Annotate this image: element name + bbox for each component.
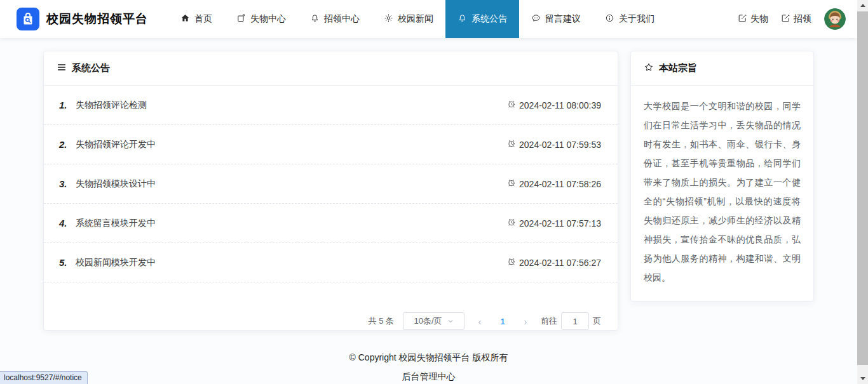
notice-title-link[interactable]: 失物招领评论开发中: [76, 139, 156, 150]
chat-icon: [531, 13, 541, 25]
brand[interactable]: 校园失物招领平台: [0, 0, 165, 38]
notice-title-link[interactable]: 校园新闻模块开发中: [76, 257, 156, 268]
footer-copyright-row: © Copyright 校园失物招领平台 版权所有: [0, 352, 857, 364]
notice-time: 2024-02-11 07:57:13: [507, 218, 601, 228]
page-jumper: 前往 页: [541, 312, 601, 330]
nav-actions: 失物 招领: [738, 0, 857, 38]
notice-time-text: 2024-02-11 07:56:27: [519, 258, 601, 268]
home-icon: [180, 13, 190, 25]
notice-time: 2024-02-11 07:56:27: [507, 257, 601, 268]
page-size-select[interactable]: 10条/页: [403, 312, 465, 330]
alarm-clock-icon: [507, 100, 516, 110]
notice-row[interactable]: 4. 系统留言模块开发中 2024-02-11 07:57:13: [44, 204, 618, 243]
notice-title-link[interactable]: 系统留言模块开发中: [76, 218, 156, 229]
notice-time-text: 2024-02-11 08:00:39: [519, 100, 601, 110]
report-found-button[interactable]: 招领: [781, 13, 811, 25]
nav-item-suggestions[interactable]: 留言建议: [519, 0, 593, 38]
nav-item-label: 首页: [194, 13, 212, 25]
vertical-scrollbar[interactable]: [857, 0, 868, 384]
notice-time: 2024-02-11 08:00:39: [507, 100, 601, 110]
page: 校园失物招领平台 首页 失物中心 招领中心 校园新闻 系统公告: [0, 0, 868, 384]
notice-title-link[interactable]: 失物招领评论检测: [76, 100, 147, 111]
nav-item-about-us[interactable]: 关于我们: [593, 0, 667, 38]
main-nav: 首页 失物中心 招领中心 校园新闻 系统公告 留言建议: [168, 0, 667, 38]
notice-index: 1.: [59, 100, 76, 110]
notice-index: 4.: [59, 218, 76, 228]
notice-time-text: 2024-02-11 07:59:53: [519, 140, 601, 150]
site-purpose-card: 本站宗旨 大学校园是一个文明和谐的校园，同学们在日常生活学习中，丢失物品的情况时…: [630, 51, 814, 301]
page-size-value: 10条/页: [414, 315, 442, 327]
triangle-down-icon: [860, 377, 865, 380]
alarm-clock-icon: [507, 139, 516, 150]
nav-item-label: 失物中心: [250, 13, 286, 25]
report-found-label: 招领: [794, 13, 811, 25]
top-navbar: 校园失物招领平台 首页 失物中心 招领中心 校园新闻 系统公告: [0, 0, 857, 38]
alarm-clock-icon: [507, 178, 516, 189]
report-lost-button[interactable]: 失物: [738, 13, 768, 25]
report-lost-label: 失物: [750, 13, 768, 25]
brand-title: 校园失物招领平台: [46, 11, 148, 27]
nav-item-system-notice[interactable]: 系统公告: [445, 0, 519, 38]
notice-time-text: 2024-02-11 07:58:26: [519, 179, 601, 189]
notice-index: 2.: [59, 139, 76, 150]
sun-icon: [384, 13, 393, 25]
nav-item-label: 校园新闻: [398, 13, 433, 25]
edit-icon: [738, 13, 747, 25]
notice-card: 系统公告 1. 失物招领评论检测 2024-02-11 08:00:39 2. …: [43, 51, 618, 331]
bell-icon: [458, 13, 467, 25]
site-purpose-header: 本站宗旨: [631, 51, 813, 86]
pagination-total: 共 5 条: [369, 315, 394, 327]
notice-row[interactable]: 3. 失物招领模块设计中 2024-02-11 07:58:26: [44, 164, 618, 204]
next-page-button[interactable]: ›: [518, 316, 533, 327]
nav-item-home[interactable]: 首页: [168, 0, 224, 38]
alarm-clock-icon: [507, 257, 516, 268]
site-purpose-title: 本站宗旨: [659, 62, 697, 74]
bell-icon: [310, 13, 320, 25]
notice-row[interactable]: 2. 失物招领评论开发中 2024-02-11 07:59:53: [44, 125, 618, 164]
nav-item-lost-center[interactable]: 失物中心: [224, 0, 298, 38]
admin-center-link[interactable]: 后台管理中心: [402, 371, 456, 383]
jumper-prefix: 前往: [541, 315, 557, 327]
notice-list: 1. 失物招领评论检测 2024-02-11 08:00:39 2. 失物招领评…: [44, 86, 618, 297]
notice-index: 3.: [59, 178, 76, 189]
menu-icon: [57, 62, 67, 74]
browser-status-bubble: localhost:9527/#/notice: [0, 371, 88, 384]
scrollbar-down-button[interactable]: [857, 373, 868, 384]
alarm-clock-icon: [507, 218, 516, 228]
prev-page-button[interactable]: ‹: [472, 316, 487, 327]
info-icon: [605, 13, 614, 25]
jumper-suffix: 页: [593, 315, 601, 327]
notice-row[interactable]: 5. 校园新闻模块开发中 2024-02-11 07:56:27: [44, 243, 618, 282]
site-purpose-content: 大学校园是一个文明和谐的校园，同学们在日常生活学习中，丢失物品的情况时有发生，如…: [631, 86, 813, 301]
nav-item-campus-news[interactable]: 校园新闻: [372, 0, 445, 38]
chevron-down-icon: [447, 317, 454, 326]
notice-time-text: 2024-02-11 07:57:13: [519, 218, 601, 228]
notice-time: 2024-02-11 07:58:26: [507, 178, 601, 189]
scrollbar-up-button[interactable]: [857, 0, 868, 11]
notice-card-title: 系统公告: [72, 62, 110, 74]
notice-index: 5.: [59, 257, 76, 268]
page-number-1[interactable]: 1: [495, 317, 510, 326]
notice-title-link[interactable]: 失物招领模块设计中: [76, 178, 156, 190]
notice-row[interactable]: 1. 失物招领评论检测 2024-02-11 08:00:39: [44, 86, 618, 125]
nav-item-found-center[interactable]: 招领中心: [298, 0, 372, 38]
nav-item-label: 关于我们: [619, 13, 654, 25]
star-icon: [644, 62, 654, 74]
nav-item-label: 招领中心: [324, 13, 360, 25]
footer-copyright: © Copyright 校园失物招领平台 版权所有: [349, 352, 508, 364]
notice-card-header: 系统公告: [44, 51, 618, 86]
nav-item-label: 系统公告: [471, 13, 507, 25]
copy-document-icon: [236, 13, 246, 25]
triangle-up-icon: [860, 4, 865, 7]
footer-admin-row: 后台管理中心: [0, 371, 857, 383]
notice-time: 2024-02-11 07:59:53: [507, 139, 601, 150]
edit-icon: [781, 13, 790, 25]
app-logo-icon: [17, 8, 39, 30]
nav-item-label: 留言建议: [545, 13, 581, 25]
user-avatar[interactable]: [824, 8, 846, 30]
page-jump-input[interactable]: [561, 312, 589, 330]
scrollbar-thumb[interactable]: [857, 11, 868, 365]
pagination: 共 5 条 10条/页 ‹ 1 › 前往 页: [44, 297, 618, 330]
